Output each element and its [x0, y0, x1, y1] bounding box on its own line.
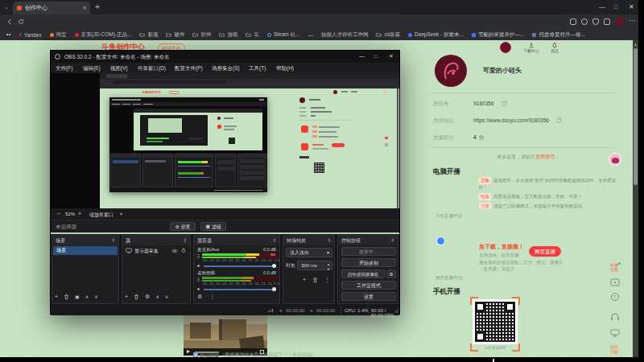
- bookmark-folder[interactable]: 车: [246, 31, 259, 39]
- source-visible-eye-icon[interactable]: [171, 249, 178, 253]
- bookmark-folder[interactable]: 硬件: [166, 31, 184, 39]
- bookmark-item[interactable]: 技能人才评价工作网: [321, 31, 369, 39]
- bookmark-folder[interactable]: cs改装: [376, 31, 400, 39]
- mixer-kebab-icon[interactable]: ⋮: [209, 293, 215, 301]
- bookmark-item[interactable]: 京东(JD.COM)-正品...: [75, 31, 132, 39]
- download-center[interactable]: 下载中心: [523, 42, 539, 53]
- window-minimize-button[interactable]: —: [599, 0, 605, 14]
- zoom-in-icon[interactable]: +: [78, 210, 81, 218]
- source-lock-icon[interactable]: [181, 247, 186, 253]
- source-list-item[interactable]: 显示器采集: [123, 246, 189, 255]
- source-settings-button[interactable]: ⚙ 设置: [170, 222, 196, 231]
- mic-speaker-icon[interactable]: 🔊︎: [197, 263, 200, 269]
- zoom-out-icon[interactable]: −: [57, 210, 60, 218]
- back-old-version[interactable]: 返回旧版: [610, 344, 618, 354]
- start-streaming-button[interactable]: 连接中....: [341, 247, 396, 256]
- extensions-icon[interactable]: [581, 19, 588, 25]
- scene-filters-icon[interactable]: ▣: [75, 293, 80, 301]
- menu-profile[interactable]: 配置文件(P): [175, 65, 203, 72]
- refresh-icon[interactable]: [18, 19, 24, 25]
- transitions-dock-header[interactable]: 转场特效: [283, 236, 334, 245]
- obs-close-icon[interactable]: ✕: [389, 52, 394, 60]
- scene-up-icon[interactable]: ∧: [85, 293, 89, 301]
- resize-grip[interactable]: [394, 308, 398, 313]
- zoom-fit-label[interactable]: 缩放至窗口: [89, 212, 114, 219]
- page-scrollbar[interactable]: ▲: [633, 40, 638, 357]
- menu-tools[interactable]: 工具(T): [249, 65, 266, 72]
- mixer-dock-header[interactable]: 混音器: [194, 236, 279, 245]
- window-close-button[interactable]: ✕: [629, 0, 634, 14]
- play-button-icon[interactable]: [187, 350, 190, 353]
- float-mascot-icon[interactable]: [609, 153, 621, 166]
- bookmark-item[interactable]: 托盘修复程序—修...: [532, 31, 584, 39]
- split-screen-icon[interactable]: [604, 19, 610, 25]
- sources-dock-header[interactable]: 源: [122, 236, 190, 245]
- copy-room-number-icon[interactable]: [502, 101, 507, 106]
- mic-slider-knob[interactable]: [272, 264, 276, 268]
- menu-help[interactable]: 帮助(H): [276, 65, 294, 72]
- new-tab-button[interactable]: +: [95, 2, 100, 11]
- streamer-avatar[interactable]: [435, 55, 467, 87]
- bookmark-item[interactable]: DeepSeek - 探索未...: [408, 31, 464, 39]
- pin-icon[interactable]: [111, 238, 116, 243]
- desktop-speaker-icon[interactable]: 🔊︎: [197, 286, 200, 292]
- settings-button[interactable]: 设置: [341, 292, 396, 301]
- scenes-dock-header[interactable]: 场景: [52, 236, 118, 245]
- gift-guide-entry[interactable]: 礼物宝典: [610, 262, 618, 272]
- customer-service-icon[interactable]: [610, 312, 620, 321]
- menu-docks[interactable]: 停靠窗口(D): [138, 65, 166, 72]
- menu-scene-collection[interactable]: 场景集合(S): [212, 65, 240, 72]
- pin-icon[interactable]: [390, 238, 395, 243]
- source-up-icon[interactable]: ∧: [155, 293, 159, 301]
- controls-dock-header[interactable]: 控制按钮: [338, 236, 398, 245]
- browser-tab[interactable]: 创作中心 ✕: [13, 2, 90, 14]
- add-source-icon[interactable]: +: [125, 293, 128, 301]
- settings-dots-icon[interactable]: ⋯: [629, 17, 635, 24]
- virtual-camera-config-button[interactable]: ⚙: [386, 269, 396, 278]
- zoom-dropdown-caret[interactable]: ▾: [120, 211, 122, 216]
- bookmark-item[interactable]: 淘宝: [50, 31, 67, 39]
- remove-transition-icon[interactable]: [312, 277, 318, 283]
- window-maximize-button[interactable]: □: [614, 0, 617, 14]
- bookmark-folder[interactable]: 游戏: [219, 31, 237, 39]
- pin-icon[interactable]: [327, 238, 332, 243]
- history-icon[interactable]: [570, 19, 576, 25]
- autoplay-checkbox[interactable]: ✓: [193, 352, 198, 357]
- bookmark-folder[interactable]: 影视: [139, 31, 158, 39]
- mic-volume-slider[interactable]: [204, 265, 276, 267]
- add-scene-icon[interactable]: +: [55, 293, 58, 301]
- duration-spinbox[interactable]: 300 ms ▲ ▼: [297, 261, 332, 270]
- obs-titlebar[interactable]: OBS 32.0.2 - 配置文件: 未命名 - 场景: 未命名 — □ ✕: [51, 51, 399, 63]
- copy-room-url-icon[interactable]: [556, 117, 562, 123]
- web-live-button[interactable]: 网页直播: [529, 246, 561, 257]
- source-properties-icon[interactable]: ⚙: [145, 293, 150, 301]
- studio-mode-button[interactable]: 工作室模式: [341, 281, 396, 290]
- source-filters-button[interactable]: ▣ 滤镜: [200, 222, 226, 231]
- tab-search-chevron-icon[interactable]: ⌄: [4, 4, 9, 10]
- bookmark-folder[interactable]: 软件: [192, 31, 211, 39]
- duration-down-icon[interactable]: ▼: [327, 265, 330, 274]
- pin-icon[interactable]: [183, 238, 188, 243]
- collections-icon[interactable]: [592, 19, 599, 25]
- bookmark-item[interactable]: 雪貂的家庭养护—...: [472, 31, 524, 39]
- menu-file[interactable]: 文件(F): [56, 65, 72, 72]
- virtual-camera-button[interactable]: 启动虚拟摄像机: [341, 269, 385, 278]
- header-avatar[interactable]: [500, 42, 511, 53]
- start-recording-button[interactable]: 开始录制: [341, 258, 396, 267]
- bookmark-item[interactable]: Steam 社...: [267, 31, 300, 39]
- scrollbar-thumb[interactable]: [634, 48, 638, 185]
- tab-close-icon[interactable]: ✕: [82, 2, 87, 14]
- remove-source-icon[interactable]: [134, 294, 139, 300]
- scene-list-item[interactable]: 场景: [53, 246, 118, 255]
- apps-grid-icon[interactable]: [6, 34, 10, 35]
- obs-minimize-icon[interactable]: —: [359, 52, 365, 60]
- browser-profile-avatar[interactable]: [616, 18, 624, 26]
- messages[interactable]: 消息: [551, 42, 559, 53]
- feedback-icon[interactable]: [610, 329, 620, 337]
- video-tutorial-icon[interactable]: [610, 278, 620, 286]
- tutorial-video-thumbnail[interactable]: [184, 313, 267, 356]
- obs-preview-canvas[interactable]: 斗鱼创作中心: [51, 73, 399, 208]
- desktop-slider-knob[interactable]: [272, 287, 276, 291]
- room-manage-link[interactable]: 房间管理: [535, 154, 555, 159]
- source-down-icon[interactable]: ∨: [165, 293, 168, 301]
